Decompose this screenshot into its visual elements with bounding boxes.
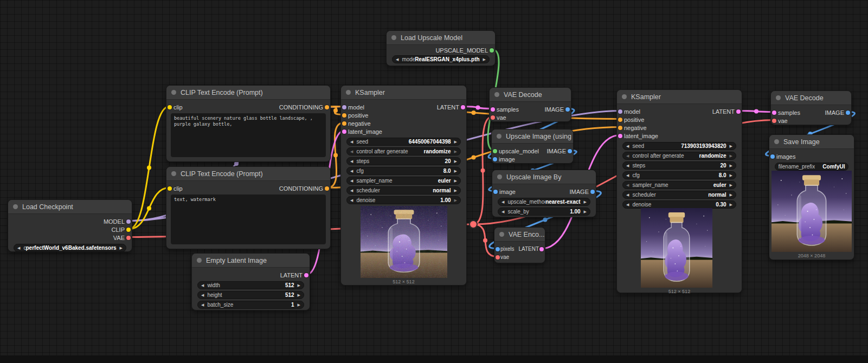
- vae-reroute-dot[interactable]: [469, 220, 478, 229]
- decrement-arrow-icon[interactable]: ◀: [350, 159, 353, 163]
- increment-arrow-icon[interactable]: ▶: [730, 154, 732, 158]
- increment-arrow-icon[interactable]: ▶: [454, 198, 457, 202]
- output-port-latent[interactable]: [461, 105, 465, 109]
- widget-scheduler[interactable]: ◀ scheduler normal ▶: [346, 186, 461, 195]
- collapse-dot-icon[interactable]: [497, 174, 502, 179]
- increment-arrow-icon[interactable]: ▶: [584, 200, 587, 204]
- node-ksampler-2[interactable]: KSampler model LATENT positive negative …: [616, 89, 742, 293]
- input-port-samples[interactable]: [491, 107, 495, 112]
- widget-model-name[interactable]: ◀ mode ... RealESRGAN_x4plus.pth ▶: [392, 55, 490, 63]
- node-title-bar[interactable]: KSampler: [617, 90, 742, 104]
- node-title-bar[interactable]: Save Image: [769, 135, 854, 149]
- node-vae-decode-2[interactable]: VAE Decode samples IMAGE vae: [770, 90, 852, 125]
- node-clip-text-encode-negative[interactable]: CLIP Text Encode (Prompt) clip CONDITION…: [166, 166, 331, 249]
- node-save-image[interactable]: Save Image images filename_prefix ComfyU…: [769, 134, 854, 260]
- decrement-arrow-icon[interactable]: ◀: [350, 140, 353, 144]
- increment-arrow-icon[interactable]: ▶: [298, 303, 300, 307]
- increment-arrow-icon[interactable]: ▶: [730, 164, 732, 167]
- widget-seed[interactable]: ◀ seed 64450067044398 ▶: [346, 138, 461, 146]
- decrement-arrow-icon[interactable]: ◀: [17, 246, 20, 250]
- widget-denoise[interactable]: ◀ denoise 0.30 ▶: [622, 200, 736, 209]
- increment-arrow-icon[interactable]: ▶: [454, 179, 457, 183]
- input-port-clip[interactable]: [168, 105, 172, 109]
- prompt-textarea[interactable]: text, watermark: [171, 195, 326, 244]
- widget-batch-size[interactable]: ◀ batch_size 1 ▶: [197, 301, 304, 309]
- output-port-latent[interactable]: [539, 247, 544, 251]
- node-load-checkpoint[interactable]: Load Checkpoint MODEL CLIP VAE ◀ ck ... …: [8, 199, 132, 252]
- node-title-bar[interactable]: Upscale Image (using M...: [492, 129, 573, 144]
- output-port-clip[interactable]: [126, 228, 131, 232]
- decrement-arrow-icon[interactable]: ◀: [626, 203, 629, 206]
- input-port-negative[interactable]: [342, 121, 346, 126]
- collapse-dot-icon[interactable]: [171, 90, 176, 95]
- widget-cfg[interactable]: ◀ cfg 8.0 ▶: [622, 171, 736, 179]
- increment-arrow-icon[interactable]: ▶: [730, 193, 732, 197]
- widget-sampler-name[interactable]: ◀ sampler_name euler ▶: [622, 181, 736, 189]
- input-port-upscale-model[interactable]: [493, 149, 497, 153]
- increment-arrow-icon[interactable]: ▶: [454, 150, 457, 153]
- output-port-image[interactable]: [846, 111, 850, 115]
- collapse-dot-icon[interactable]: [776, 95, 781, 100]
- output-port-latent[interactable]: [736, 109, 741, 114]
- widget-control-after-generate[interactable]: ◀ control after generate randomize ▶: [346, 147, 461, 155]
- decrement-arrow-icon[interactable]: ◀: [626, 193, 629, 197]
- output-port-image[interactable]: [568, 149, 572, 153]
- increment-arrow-icon[interactable]: ▶: [730, 144, 732, 148]
- widget-scheduler[interactable]: ◀ scheduler normal ▶: [622, 191, 736, 199]
- widget-width[interactable]: ◀ width 512 ▶: [197, 281, 304, 289]
- collapse-dot-icon[interactable]: [171, 171, 176, 176]
- decrement-arrow-icon[interactable]: ◀: [501, 210, 504, 213]
- collapse-dot-icon[interactable]: [197, 258, 202, 263]
- collapse-dot-icon[interactable]: [497, 134, 501, 139]
- collapse-dot-icon[interactable]: [346, 90, 351, 95]
- input-port-image[interactable]: [493, 157, 497, 161]
- node-load-upscale-model[interactable]: Load Upscale Model UPSCALE_MODEL ◀ mode …: [386, 30, 496, 66]
- node-clip-text-encode-positive[interactable]: CLIP Text Encode (Prompt) clip CONDITION…: [166, 85, 331, 162]
- decrement-arrow-icon[interactable]: ◀: [626, 164, 629, 167]
- node-upscale-image-using-model[interactable]: Upscale Image (using M... upscale_model …: [491, 129, 574, 164]
- widget-seed[interactable]: ◀ seed 713903193943820 ▶: [622, 142, 736, 150]
- input-port-samples[interactable]: [772, 111, 776, 115]
- widget-height[interactable]: ◀ height 512 ▶: [197, 291, 304, 299]
- collapse-dot-icon[interactable]: [499, 232, 504, 237]
- input-port-vae[interactable]: [772, 119, 776, 123]
- input-port-latent-image[interactable]: [342, 129, 346, 134]
- node-title-bar[interactable]: Load Checkpoint: [8, 200, 132, 214]
- increment-arrow-icon[interactable]: ▶: [454, 159, 457, 163]
- decrement-arrow-icon[interactable]: ◀: [350, 150, 353, 153]
- node-title-bar[interactable]: CLIP Text Encode (Prompt): [166, 86, 330, 100]
- output-port-image[interactable]: [565, 107, 570, 112]
- node-title-bar[interactable]: Empty Latent Image: [192, 254, 310, 268]
- increment-arrow-icon[interactable]: ▶: [584, 210, 587, 213]
- widget-steps[interactable]: ◀ steps 20 ▶: [622, 161, 736, 170]
- widget-cfg[interactable]: ◀ cfg 8.0 ▶: [346, 167, 461, 175]
- collapse-dot-icon[interactable]: [622, 94, 627, 99]
- output-port-latent[interactable]: [304, 273, 308, 277]
- collapse-dot-icon[interactable]: [494, 92, 499, 97]
- widget-steps[interactable]: ◀ steps 20 ▶: [346, 157, 461, 165]
- widget-filename-prefix[interactable]: filename_prefix ComfyUI: [775, 163, 848, 171]
- widget-sampler-name[interactable]: ◀ sampler_name euler ▶: [346, 177, 461, 185]
- decrement-arrow-icon[interactable]: ◀: [626, 173, 629, 177]
- output-port-conditioning[interactable]: [325, 186, 329, 191]
- widget-ckpt-name[interactable]: ◀ ck ... perfectWorld_v6Baked.safetensor…: [14, 244, 126, 252]
- node-title-bar[interactable]: VAE Decode: [771, 91, 851, 105]
- increment-arrow-icon[interactable]: ▶: [454, 140, 457, 144]
- node-title-bar[interactable]: VAE Decode: [490, 88, 571, 102]
- node-vae-decode-1[interactable]: VAE Decode samples IMAGE vae: [489, 87, 571, 122]
- collapse-dot-icon[interactable]: [13, 204, 18, 209]
- widget-upscale-method[interactable]: ◀ upscale_method nearest-exact ▶: [498, 198, 590, 206]
- increment-arrow-icon[interactable]: ▶: [730, 183, 732, 187]
- decrement-arrow-icon[interactable]: ◀: [201, 283, 204, 287]
- widget-control-after-generate[interactable]: ◀ control after generate randomize ▶: [622, 152, 736, 160]
- increment-arrow-icon[interactable]: ▶: [298, 293, 300, 297]
- node-ksampler-1[interactable]: KSampler model LATENT positive negative …: [340, 85, 467, 286]
- decrement-arrow-icon[interactable]: ◀: [626, 144, 629, 148]
- increment-arrow-icon[interactable]: ▶: [454, 189, 457, 192]
- decrement-arrow-icon[interactable]: ◀: [626, 154, 629, 158]
- input-port-negative[interactable]: [618, 126, 622, 130]
- node-title-bar[interactable]: Load Upscale Model: [387, 31, 495, 45]
- node-upscale-image-by[interactable]: Upscale Image By image IMAGE ◀ upscale_m…: [492, 170, 596, 217]
- input-port-latent-image[interactable]: [618, 134, 622, 138]
- node-graph-canvas[interactable]: Load Checkpoint MODEL CLIP VAE ◀ ck ... …: [0, 0, 868, 363]
